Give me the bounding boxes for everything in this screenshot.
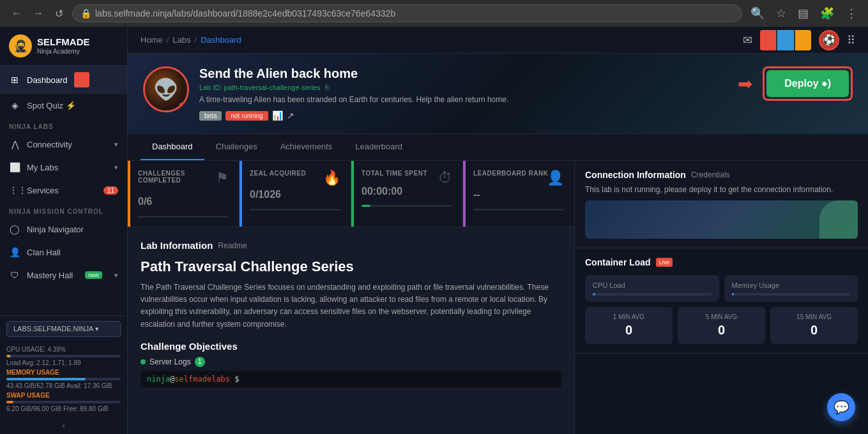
sidebar-item-my-labs[interactable]: ⬜ My Labs ▾	[0, 156, 127, 179]
sidebar-item-label: Services	[27, 186, 59, 195]
leaderboard-rank: --	[473, 189, 480, 200]
lab-id-value[interactable]: path-traversal-challenge-series	[224, 84, 321, 91]
dashboard-red-icon	[74, 72, 89, 87]
lab-header: 👽 Send the Alien back home Lab ID: path-…	[128, 54, 868, 134]
container-load-title: Container Load	[585, 257, 651, 267]
logo-sub: Ninja Academy	[37, 48, 90, 55]
swap-detail: 6.20 GiB/96.00 GiB Free: 89.80 GiB	[6, 405, 121, 412]
avg-5min-card: 5 MIN AVG 0	[678, 307, 765, 344]
cpu-load-card: CPU Load	[585, 275, 719, 302]
sidebar-item-clan-hall[interactable]: 👤 Clan Hall	[0, 241, 127, 264]
terminal-host: selfmadelabs	[174, 375, 230, 384]
breadcrumb-separator: /	[167, 35, 169, 45]
topbar-right: ✉ ⚽ ⠿	[743, 30, 855, 50]
terminal-user: ninja	[147, 375, 170, 384]
tab-challenges[interactable]: Challenges	[204, 134, 269, 160]
challenges-total: /6	[144, 196, 152, 207]
memory-usage-card: Memory Usage	[724, 275, 858, 302]
sidebar-item-mastery-hall[interactable]: 🛡 Mastery Hall new ▾	[0, 264, 127, 287]
connection-visual	[585, 200, 858, 239]
chat-icon: 💬	[834, 400, 849, 415]
url-text: labs.selfmade.ninja/labs/dashboard/1888e…	[95, 8, 395, 19]
load-metrics-grid: CPU Load Memory Usage	[585, 275, 858, 302]
stat-card-zeal: ZEAL ACQUIRED 🔥 0/1026	[240, 161, 351, 227]
breadcrumb: Home / Labs / Dashboard	[141, 35, 241, 45]
lab-description: A time-traveling Alien has been stranded…	[199, 95, 727, 104]
labs-button-label: LABS.SELFMADE.NINJA ▾	[13, 325, 99, 333]
lab-main-title: Path Traversal Challenge Series	[141, 258, 561, 275]
load-avg-text: Load Avg: 2.12, 1.71, 1.89	[6, 359, 121, 366]
lab-avatar: 👽	[143, 66, 189, 112]
share-icon[interactable]: ↗	[287, 110, 294, 121]
live-badge: Live	[656, 258, 673, 267]
avg-5min-label: 5 MIN AVG	[685, 313, 758, 320]
star-icon[interactable]: ☆	[773, 5, 789, 22]
copy-icon[interactable]: ⎘	[325, 84, 330, 91]
terminal-line: ninja@selfmadelabs $	[141, 371, 561, 387]
sidebar-item-connectivity[interactable]: ⋀ Connectivity ▾	[0, 133, 127, 156]
tab-dashboard[interactable]: Dashboard	[141, 134, 204, 160]
refresh-button[interactable]: ↺	[51, 5, 67, 22]
deploy-button-label: Deploy ●)	[784, 78, 831, 89]
tab-achievements[interactable]: Achievements	[269, 134, 344, 160]
extensions-icon[interactable]: 🧩	[817, 5, 837, 22]
lab-id: Lab ID: path-traversal-challenge-series …	[199, 84, 727, 91]
memory-usage-label: Memory Usage	[732, 281, 851, 289]
sidebar-item-dashboard[interactable]: ⊞ Dashboard	[0, 66, 127, 94]
breadcrumb-labs[interactable]: Labs	[172, 35, 190, 45]
mail-icon[interactable]: ✉	[743, 33, 752, 47]
breadcrumb-dashboard[interactable]: Dashboard	[201, 35, 241, 45]
lab-body-text: The Path Traversal Challenge Series focu…	[141, 281, 561, 331]
section-ninja-labs: NINJA LABS	[0, 117, 127, 133]
sidebar-item-ninja-navigator[interactable]: ◯ Ninja Navigator	[0, 218, 127, 241]
lab-info-section: Lab Information Readme Path Traversal Ch…	[128, 227, 574, 400]
avg-grid: 1 MIN AVG 0 5 MIN AVG 0 15 MIN AVG 0	[585, 307, 858, 344]
sidebar-item-label: Dashboard	[27, 75, 68, 85]
sidebar-item-label: Connectivity	[27, 140, 72, 149]
search-icon[interactable]: 🔍	[747, 5, 768, 22]
address-bar[interactable]: 🔒 labs.selfmade.ninja/labs/dashboard/188…	[72, 4, 742, 22]
mastery-hall-icon: 🛡	[9, 270, 20, 280]
lab-tags: beta not running 📊 ↗	[199, 110, 727, 121]
memory-detail: 43.43 GiB/62.78 GiB Avail: 17.36 GiB	[6, 382, 121, 389]
content-area: CHALLENGES COMPLETED ⚑ 0/6 ZEAL ACQUIRED…	[128, 161, 868, 434]
tab-leaderboard[interactable]: Leaderboard	[344, 134, 414, 160]
time-number: 00:00:00	[362, 186, 402, 197]
sidebar-toggle-icon[interactable]: ▤	[795, 5, 812, 22]
connection-sub: Credentials	[691, 170, 730, 179]
zeal-number: 0	[250, 189, 255, 200]
memory-load-bar	[732, 293, 851, 296]
stats-row: CHALLENGES COMPLETED ⚑ 0/6 ZEAL ACQUIRED…	[128, 161, 574, 227]
browser-actions: 🔍 ☆ ▤ 🧩 ⋮	[747, 5, 860, 22]
sidebar-item-spot-quiz[interactable]: ◈ Spot Quiz ⚡	[0, 94, 127, 117]
chart-icon[interactable]: 📊	[272, 110, 283, 121]
sidebar-collapse-button[interactable]: ‹	[0, 416, 127, 434]
user-avatar[interactable]: ⚽	[819, 30, 839, 50]
deploy-button[interactable]: Deploy ●)	[766, 70, 849, 97]
sidebar-item-services[interactable]: ⋮⋮ Services 11	[0, 179, 127, 202]
chevron-down-icon: ▾	[114, 163, 118, 172]
forward-button[interactable]: →	[29, 5, 47, 22]
chat-fab-button[interactable]: 💬	[827, 393, 855, 421]
labs-selfmade-button[interactable]: LABS.SELFMADE.NINJA ▾	[6, 321, 121, 337]
sidebar: 🥷 SELFMADE Ninja Academy ⊞ Dashboard ◈ S…	[0, 27, 128, 434]
cpu-usage-label: CPU USAGE: 4.39%	[6, 346, 121, 353]
server-logs-label: Server Logs	[149, 357, 191, 366]
tag-not-running: not running	[225, 111, 268, 121]
lab-info: Send the Alien back home Lab ID: path-tr…	[199, 66, 727, 121]
logo-text: SELFMADE	[37, 37, 90, 48]
lab-info-sub: Readme	[218, 241, 247, 250]
topbar: Home / Labs / Dashboard ✉ ⚽ ⠿	[128, 27, 868, 54]
breadcrumb-separator: /	[195, 35, 197, 45]
sidebar-item-label: Spot Quiz ⚡	[27, 101, 76, 110]
back-button[interactable]: ←	[8, 5, 26, 22]
zeal-total: /1026	[255, 189, 281, 200]
grid-apps-icon[interactable]: ⠿	[847, 33, 855, 47]
browser-bar: ← → ↺ 🔒 labs.selfmade.ninja/labs/dashboa…	[0, 0, 868, 27]
lab-info-title: Lab Information	[141, 240, 213, 251]
challenges-value: 0/6	[138, 189, 229, 209]
menu-icon[interactable]: ⋮	[842, 5, 860, 22]
dashboard-icon: ⊞	[9, 75, 20, 85]
time-icon: ⏱	[438, 170, 452, 186]
breadcrumb-home[interactable]: Home	[141, 35, 163, 45]
